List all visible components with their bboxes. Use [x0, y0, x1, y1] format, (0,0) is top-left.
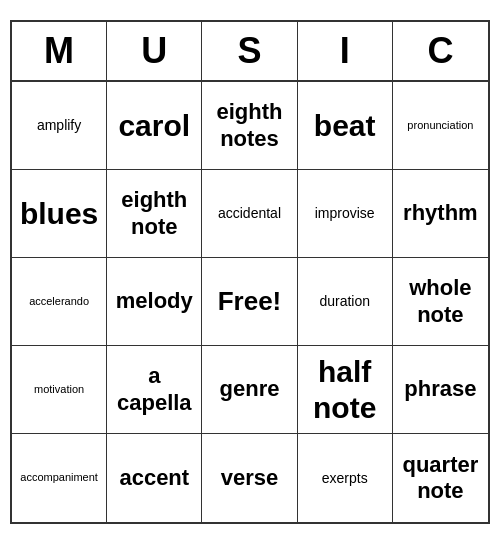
header-letter: U: [107, 22, 202, 80]
cell-2-3: duration: [298, 258, 393, 346]
header-letter: M: [12, 22, 107, 80]
cell-4-1: accent: [107, 434, 202, 522]
cell-3-3: half note: [298, 346, 393, 434]
cell-4-0: accompaniment: [12, 434, 107, 522]
cell-text: carol: [118, 108, 190, 144]
cell-text: accelerando: [29, 295, 89, 308]
cell-2-2: Free!: [202, 258, 297, 346]
cell-0-2: eighth notes: [202, 82, 297, 170]
cell-text: genre: [220, 376, 280, 402]
header-letter: S: [202, 22, 297, 80]
cell-text: blues: [20, 196, 98, 232]
cell-text: duration: [319, 293, 370, 310]
cell-1-2: accidental: [202, 170, 297, 258]
bingo-card: MUSIC amplifycaroleighth notesbeatpronun…: [10, 20, 490, 524]
cell-text: Free!: [218, 286, 282, 317]
cell-text: whole note: [409, 275, 471, 328]
cell-4-2: verse: [202, 434, 297, 522]
cell-2-4: whole note: [393, 258, 488, 346]
cell-2-0: accelerando: [12, 258, 107, 346]
cell-text: a capella: [117, 363, 192, 416]
cell-text: accompaniment: [20, 471, 98, 484]
cell-text: eighth note: [121, 187, 187, 240]
bingo-header: MUSIC: [12, 22, 488, 82]
cell-4-3: exerpts: [298, 434, 393, 522]
cell-text: rhythm: [403, 200, 478, 226]
cell-text: accidental: [218, 205, 281, 222]
cell-text: improvise: [315, 205, 375, 222]
cell-text: eighth notes: [216, 99, 282, 152]
cell-3-2: genre: [202, 346, 297, 434]
cell-text: exerpts: [322, 470, 368, 487]
header-letter: C: [393, 22, 488, 80]
cell-0-3: beat: [298, 82, 393, 170]
cell-4-4: quarter note: [393, 434, 488, 522]
cell-0-0: amplify: [12, 82, 107, 170]
cell-text: melody: [116, 288, 193, 314]
cell-3-4: phrase: [393, 346, 488, 434]
cell-3-0: motivation: [12, 346, 107, 434]
cell-2-1: melody: [107, 258, 202, 346]
cell-text: amplify: [37, 117, 81, 134]
cell-1-4: rhythm: [393, 170, 488, 258]
bingo-grid: amplifycaroleighth notesbeatpronunciatio…: [12, 82, 488, 522]
cell-1-3: improvise: [298, 170, 393, 258]
cell-text: phrase: [404, 376, 476, 402]
header-letter: I: [298, 22, 393, 80]
cell-text: verse: [221, 465, 279, 491]
cell-text: half note: [313, 354, 376, 426]
cell-text: beat: [314, 108, 376, 144]
cell-text: pronunciation: [407, 119, 473, 132]
cell-1-1: eighth note: [107, 170, 202, 258]
cell-text: accent: [119, 465, 189, 491]
cell-text: motivation: [34, 383, 84, 396]
cell-text: quarter note: [402, 452, 478, 505]
cell-0-1: carol: [107, 82, 202, 170]
cell-3-1: a capella: [107, 346, 202, 434]
cell-1-0: blues: [12, 170, 107, 258]
cell-0-4: pronunciation: [393, 82, 488, 170]
